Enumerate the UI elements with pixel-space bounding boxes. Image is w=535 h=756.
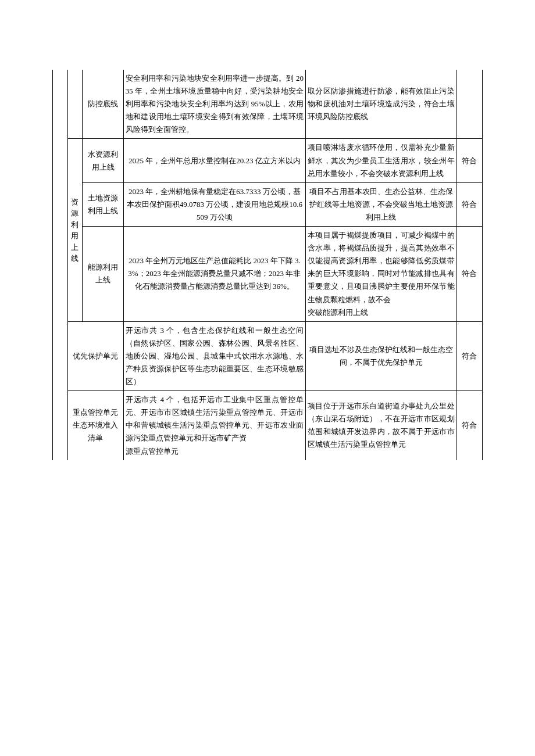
table-row: 防控底线 安全利用率和污染地块安全利用率进一步提高。到 2035 年，全州土壤环… bbox=[53, 70, 483, 139]
cell-res bbox=[456, 70, 482, 139]
cell-blank bbox=[53, 139, 68, 182]
cell-req: 开远市共 4 个，包括开远市工业集中区重点管控单元、开远市市区城镇生活污染重点管… bbox=[123, 391, 305, 460]
cell-req: 开远市共 3 个，包含生态保护红线和一般生态空间（自然保护区、国家公园、森林公园… bbox=[123, 321, 305, 390]
table-row: 能源利用上线 2023 年全州万元地区生产总值能耗比 2023 年下降 3.3%… bbox=[53, 227, 483, 322]
cell-merge: 优先保护单元 bbox=[67, 321, 123, 390]
cell-res: 符合 bbox=[456, 182, 482, 226]
regulation-table: 防控底线 安全利用率和污染地块安全利用率进一步提高。到 2035 年，全州土壤环… bbox=[52, 70, 483, 460]
cell-ana: 项目位于开远市乐白道街道办事处九公里处（东山采石场附近），不在开远市市区规划范围… bbox=[305, 391, 456, 460]
page: 防控底线 安全利用率和污染地块安全利用率进一步提高。到 2035 年，全州土壤环… bbox=[0, 0, 535, 756]
cell-res: 符合 bbox=[456, 321, 482, 390]
table-row: 土地资源利用上线 2023 年，全州耕地保有量稳定在63.7333 万公顷，基本… bbox=[53, 182, 483, 226]
cell-blank bbox=[67, 70, 83, 139]
cell-blank bbox=[53, 391, 68, 460]
cell-sub: 能源利用上线 bbox=[83, 227, 123, 322]
cell-req: 2025 年，全州年总用水量控制在20.23 亿立方米以内 bbox=[123, 139, 305, 182]
cell-blank bbox=[53, 227, 68, 322]
cell-sub: 水资源利用上线 bbox=[83, 139, 123, 182]
cell-sub: 土地资源利用上线 bbox=[83, 182, 123, 226]
cell-req: 2023 年，全州耕地保有量稳定在63.7333 万公顷，基本农田保护面积49.… bbox=[123, 182, 305, 226]
cell-res: 符合 bbox=[456, 391, 482, 460]
cell-req: 安全利用率和污染地块安全利用率进一步提高。到 2035 年，全州土壤环境质量稳中… bbox=[123, 70, 305, 139]
cell-ana: 项目选址不涉及生态保护红线和一般生态空间，不属于优先保护单元 bbox=[305, 321, 456, 390]
cell-merge: 重点管控单元生态环境准入清单 bbox=[67, 391, 123, 460]
cell-res: 符合 bbox=[456, 227, 482, 322]
cell-ana: 取分区防渗措施进行防渗，能有效阻止污染物和废机油对土壤环境造成污染，符合土壤环境… bbox=[305, 70, 456, 139]
table-row: 资源利用上线 水资源利用上线 2025 年，全州年总用水量控制在20.23 亿立… bbox=[53, 139, 483, 182]
cell-blank bbox=[53, 321, 68, 390]
cell-blank bbox=[53, 70, 68, 139]
cell-blank bbox=[53, 182, 68, 226]
cell-ana: 项目喷淋塔废水循环使用，仅需补充少量新鲜水，其次为少量员工生活用水，较全州年总用… bbox=[305, 139, 456, 182]
cell-sub: 防控底线 bbox=[83, 70, 123, 139]
table-row: 重点管控单元生态环境准入清单 开远市共 4 个，包括开远市工业集中区重点管控单元… bbox=[53, 391, 483, 460]
cell-ana: 本项目属于褐煤提质项目，可减少褐煤中的含水率，将褐煤品质提升，提高其热效率不仅能… bbox=[305, 227, 456, 322]
cell-group: 资源利用上线 bbox=[67, 139, 83, 321]
cell-req: 2023 年全州万元地区生产总值能耗比 2023 年下降 3.3%；2023 年… bbox=[123, 227, 305, 322]
cell-ana: 项目不占用基本农田、生态公益林、生态保护红线等土地资源，不会突破当地土地资源利用… bbox=[305, 182, 456, 226]
cell-res: 符合 bbox=[456, 139, 482, 182]
table-row: 优先保护单元 开远市共 3 个，包含生态保护红线和一般生态空间（自然保护区、国家… bbox=[53, 321, 483, 390]
